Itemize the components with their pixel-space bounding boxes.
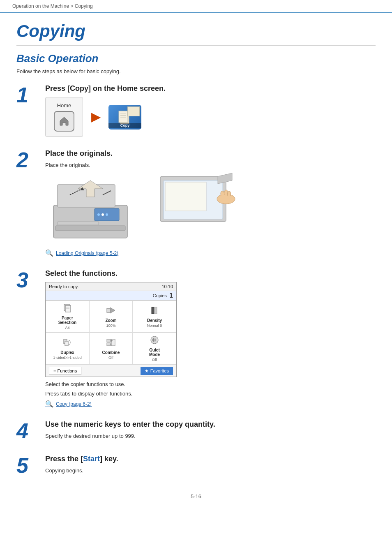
zoom-cell[interactable]: Zoom 100% bbox=[89, 301, 133, 333]
svg-rect-28 bbox=[107, 339, 111, 342]
step-3-number: 3 bbox=[16, 269, 41, 291]
svg-rect-19 bbox=[65, 305, 71, 312]
combine-value: Off bbox=[108, 356, 113, 360]
svg-rect-24 bbox=[152, 307, 154, 314]
copier-ui-footer: ≡ Functions ★ Favorites bbox=[46, 365, 176, 377]
intro-text: Follow the steps as below for basic copy… bbox=[16, 68, 376, 74]
step-4: 4 Use the numeric keys to enter the copy… bbox=[16, 420, 376, 442]
copies-label: Copies bbox=[153, 293, 167, 298]
time-display: 10:10 bbox=[161, 284, 173, 289]
home-icon bbox=[54, 111, 74, 132]
quiet-mode-icon bbox=[150, 335, 159, 346]
step-2-desc: Place the originals. bbox=[45, 162, 376, 168]
page-title: Copying bbox=[16, 21, 376, 41]
step-2-content: Place the originals. Place the originals… bbox=[45, 149, 376, 257]
step-2-link[interactable]: 🔍 Loading Originals (page 5-2) bbox=[45, 249, 376, 257]
step-3-link[interactable]: 🔍 Copy (page 6-2) bbox=[45, 400, 376, 408]
printer-with-adf bbox=[45, 172, 144, 246]
step-3-desc1: Select the copier functions to use. bbox=[45, 381, 376, 387]
paper-selection-cell[interactable]: PaperSelection A4 bbox=[46, 301, 89, 333]
duplex-cell[interactable]: Duplex 1-sided>>1-sided bbox=[46, 333, 89, 365]
step-5-title-suffix: ] key. bbox=[100, 455, 118, 463]
svg-rect-17 bbox=[165, 182, 206, 211]
svg-rect-8 bbox=[58, 222, 99, 225]
home-label: Home bbox=[54, 102, 74, 109]
magnifier-icon-2: 🔍 bbox=[45, 400, 53, 408]
step-3-title: Select the functions. bbox=[45, 269, 376, 278]
svg-rect-30 bbox=[111, 339, 115, 346]
home-screen-box: Home bbox=[45, 97, 83, 137]
step-1-title: Press [Copy] on the Home screen. bbox=[45, 84, 376, 93]
density-label: Density bbox=[147, 318, 162, 323]
svg-rect-1 bbox=[119, 111, 128, 123]
duplex-value: 1-sided>>1-sided bbox=[53, 356, 82, 360]
paper-selection-icon bbox=[63, 303, 71, 314]
flatbed-illustration bbox=[156, 172, 238, 234]
svg-point-11 bbox=[101, 213, 104, 216]
functions-button[interactable]: ≡ Functions bbox=[49, 367, 81, 375]
svg-rect-22 bbox=[107, 308, 110, 312]
copy-button-box: Copy bbox=[108, 105, 141, 130]
copies-value: 1 bbox=[169, 292, 173, 299]
svg-rect-25 bbox=[154, 307, 157, 314]
step-5-title: Press the [Start] key. bbox=[45, 455, 376, 463]
copy-button-label: Copy bbox=[108, 123, 141, 128]
paper-selection-label: PaperSelection bbox=[58, 316, 76, 325]
density-value: Normal 0 bbox=[147, 324, 162, 328]
density-cell[interactable]: Density Normal 0 bbox=[133, 301, 176, 333]
step-1-content: Press [Copy] on the Home screen. Home ▶ bbox=[45, 84, 376, 137]
svg-rect-7 bbox=[55, 226, 125, 231]
step-4-desc: Specify the desired number up to 999. bbox=[45, 433, 376, 439]
step-1-illustration: Home ▶ bbox=[45, 97, 376, 137]
copier-ui-grid: PaperSelection A4 Zoom 100% bbox=[46, 301, 176, 365]
star-icon: ★ bbox=[145, 368, 149, 374]
density-icon bbox=[150, 306, 159, 317]
svg-rect-29 bbox=[107, 343, 111, 346]
copy-tile: Copy bbox=[108, 105, 141, 130]
step-5-title-prefix: Press the [ bbox=[45, 455, 83, 463]
breadcrumb: Operation on the Machine > Copying bbox=[0, 0, 392, 13]
copies-row: Copies 1 bbox=[46, 291, 176, 301]
svg-point-10 bbox=[97, 213, 100, 216]
step-2-title: Place the originals. bbox=[45, 149, 376, 158]
page-footer: 5-16 bbox=[16, 493, 376, 508]
step-3: 3 Select the functions. Ready to copy. 1… bbox=[16, 269, 376, 408]
combine-label: Combine bbox=[102, 350, 120, 355]
ready-text: Ready to copy. bbox=[49, 284, 79, 289]
step-3-content: Select the functions. Ready to copy. 10:… bbox=[45, 269, 376, 408]
step-3-link-text[interactable]: Copy (page 6-2) bbox=[56, 401, 92, 407]
favorites-button[interactable]: ★ Favorites bbox=[141, 367, 173, 375]
step-2: 2 Place the originals. Place the origina… bbox=[16, 149, 376, 257]
zoom-value: 100% bbox=[106, 324, 115, 328]
svg-marker-23 bbox=[110, 308, 115, 313]
paper-selection-value: A4 bbox=[65, 326, 69, 330]
step-2-link-text[interactable]: Loading Originals (page 5-2) bbox=[56, 250, 118, 256]
svg-point-16 bbox=[217, 194, 235, 204]
duplex-label: Duplex bbox=[60, 350, 74, 355]
arrow-icon: ▶ bbox=[91, 110, 100, 124]
quiet-mode-label: QuietMode bbox=[149, 348, 160, 357]
step-5: 5 Press the [Start] key. Copying begins. bbox=[16, 455, 376, 477]
step-3-desc2: Press tabs to display other functions. bbox=[45, 391, 376, 397]
svg-rect-27 bbox=[65, 341, 68, 346]
step-5-number: 5 bbox=[16, 455, 41, 476]
step-2-illustrations bbox=[45, 172, 376, 246]
step-2-number: 2 bbox=[16, 149, 41, 171]
page-number: 5-16 bbox=[191, 493, 201, 500]
favorites-label: Favorites bbox=[150, 368, 169, 373]
copier-ui: Ready to copy. 10:10 Copies 1 bbox=[45, 282, 177, 377]
combine-cell[interactable]: Combine Off bbox=[89, 333, 133, 365]
step-1: 1 Press [Copy] on the Home screen. Home … bbox=[16, 84, 376, 137]
magnifier-icon: 🔍 bbox=[45, 249, 53, 257]
step-5-content: Press the [Start] key. Copying begins. bbox=[45, 455, 376, 477]
combine-icon bbox=[106, 338, 115, 349]
section-title: Basic Operation bbox=[16, 52, 376, 65]
zoom-icon bbox=[106, 306, 115, 317]
title-divider bbox=[16, 45, 376, 46]
duplex-icon bbox=[63, 338, 72, 349]
quiet-mode-cell[interactable]: QuietMode Off bbox=[133, 333, 176, 365]
copier-ui-header: Ready to copy. 10:10 bbox=[46, 282, 176, 291]
step-5-title-link: Start bbox=[83, 455, 100, 463]
step-4-title: Use the numeric keys to enter the copy q… bbox=[45, 420, 376, 429]
svg-point-12 bbox=[106, 213, 108, 216]
